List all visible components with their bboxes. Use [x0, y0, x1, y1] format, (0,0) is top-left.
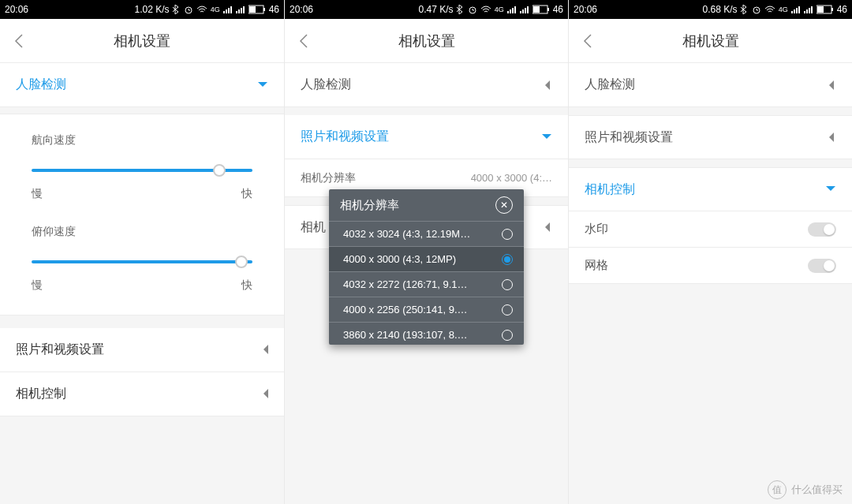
resolution-dialog: 相机分辨率 ✕ 4032 x 3024 (4:3, 12.19M… 4000 x… — [329, 189, 524, 345]
section-face-detect[interactable]: 人脸检测 — [569, 63, 852, 107]
chevron-left-icon — [299, 34, 308, 48]
section-photo-video[interactable]: 照片和视频设置 — [569, 115, 852, 159]
caret-left-icon — [541, 222, 552, 233]
caret-left-icon — [825, 80, 836, 91]
status-bar: 20:06 0.68 K/s 4G 46 — [569, 0, 852, 19]
chevron-left-icon — [14, 34, 24, 48]
toggle-watermark-row: 水印 — [569, 211, 852, 248]
option-4[interactable]: 3860 x 2140 (193:107, 8.… — [329, 322, 524, 345]
bluetooth-icon — [457, 5, 465, 14]
section-face-detect[interactable]: 人脸检测 — [285, 63, 568, 107]
caret-left-icon — [825, 132, 836, 143]
svg-rect-11 — [817, 6, 824, 13]
battery-icon — [248, 5, 266, 14]
option-3[interactable]: 4000 x 2256 (250:141, 9.… — [329, 297, 524, 322]
caret-left-icon — [541, 80, 552, 91]
toggle-watermark[interactable] — [808, 222, 836, 237]
bluetooth-icon — [173, 5, 181, 14]
alarm-icon — [184, 5, 193, 14]
alarm-icon — [752, 5, 761, 14]
watermark: 值 什么值得买 — [768, 480, 843, 499]
signal-icon-2 — [520, 6, 529, 13]
status-bar: 20:06 1.02 K/s 4G 46 — [0, 0, 284, 19]
back-button[interactable] — [569, 19, 607, 63]
section-camera-control[interactable]: 相机控制 — [569, 167, 852, 211]
caret-left-icon — [262, 387, 268, 401]
section-photo-video[interactable]: 照片和视频设置 — [285, 115, 568, 159]
battery-icon — [532, 5, 550, 14]
header: 相机设置 — [285, 19, 568, 63]
svg-rect-6 — [547, 8, 549, 11]
battery-icon — [816, 5, 834, 14]
signal-icon — [507, 6, 517, 13]
svg-rect-7 — [533, 6, 540, 13]
slider-pitch[interactable] — [32, 255, 252, 269]
status-time: 20:06 — [5, 4, 28, 15]
caret-down-icon — [257, 80, 268, 91]
option-0[interactable]: 4032 x 3024 (4:3, 12.19M… — [329, 221, 524, 246]
back-button[interactable] — [0, 19, 38, 63]
svg-rect-2 — [263, 8, 265, 11]
header: 相机设置 — [0, 19, 284, 63]
signal-icon — [791, 6, 801, 13]
battery-pct: 46 — [269, 4, 279, 15]
pane-1: 20:06 1.02 K/s 4G 46 相机设置 人脸检测 — [0, 0, 284, 504]
section-photo-video[interactable]: 照片和视频设置 — [0, 328, 284, 372]
pane-2: 20:06 0.47 K/s 4G 46 相机设置 人脸检测 — [284, 0, 568, 504]
option-2[interactable]: 4032 x 2272 (126:71, 9.1… — [329, 271, 524, 297]
caret-down-icon — [825, 184, 836, 195]
slider1-title: 航向速度 — [32, 133, 252, 147]
svg-rect-3 — [249, 6, 256, 13]
toggle-grid-row: 网格 — [569, 248, 852, 284]
wifi-icon — [764, 6, 775, 13]
dialog-title: 相机分辨率 — [340, 198, 399, 213]
svg-rect-10 — [831, 8, 833, 11]
alarm-icon — [468, 5, 477, 14]
face-detect-card: 航向速度 慢 快 俯仰速度 慢 快 — [0, 114, 284, 315]
section-camera-control[interactable]: 相机控制 — [0, 372, 284, 416]
bluetooth-icon — [741, 5, 749, 14]
page-title: 相机设置 — [0, 32, 284, 50]
caret-left-icon — [262, 343, 268, 357]
section-face-detect[interactable]: 人脸检测 — [0, 63, 284, 107]
close-icon[interactable]: ✕ — [495, 196, 513, 214]
signal-icon-2 — [236, 6, 245, 13]
signal-icon-2 — [804, 6, 813, 13]
chevron-left-icon — [583, 34, 592, 48]
slider2-title: 俯仰速度 — [32, 225, 252, 239]
slider-yaw[interactable] — [32, 163, 252, 177]
wifi-icon — [480, 6, 491, 13]
caret-down-icon — [541, 132, 552, 143]
signal-icon — [223, 6, 233, 13]
wifi-icon — [196, 6, 207, 13]
toggle-grid[interactable] — [808, 259, 836, 273]
status-bar: 20:06 0.47 K/s 4G 46 — [285, 0, 568, 19]
net-speed: 1.02 K/s — [135, 4, 170, 15]
header: 相机设置 — [569, 19, 852, 63]
back-button[interactable] — [285, 19, 323, 63]
pane-3: 20:06 0.68 K/s 4G 46 相机设置 人脸检测 — [568, 0, 852, 504]
option-1[interactable]: 4000 x 3000 (4:3, 12MP) — [329, 246, 524, 271]
